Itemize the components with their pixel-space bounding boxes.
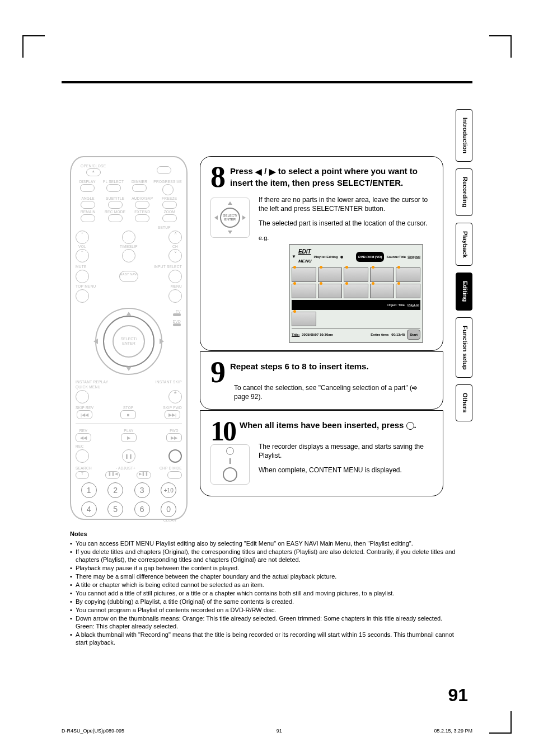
thumbnail xyxy=(344,267,368,282)
step-10-paragraph: When complete, CONTENT MENU is displayed… xyxy=(259,466,433,475)
remote-label: PLAY xyxy=(124,429,133,433)
note-item: Playback may pause if a gap between the … xyxy=(70,564,462,572)
step-9-paragraph: To cancel the selection, see "Canceling … xyxy=(234,383,433,401)
footer-left: D-R4SU_Ope(US)p089-095 xyxy=(62,728,124,734)
angle-button xyxy=(81,201,95,209)
remote-label: PROGRESSIVE xyxy=(153,180,182,184)
remote-label: QUICK MENU xyxy=(76,385,182,389)
adjust-minus-button: ❚❚◀ xyxy=(105,471,120,479)
remote-label: SEARCH xyxy=(76,466,92,470)
down-arrow-icon xyxy=(126,367,132,371)
remote-label: DISPLAY xyxy=(79,180,96,184)
step-9-title: Repeat steps 6 to 8 to insert items. xyxy=(230,361,433,372)
note-item: You cannot program a Playlist of content… xyxy=(70,606,462,614)
vol-up-button: + xyxy=(76,231,89,244)
num-plus10-button: +10 xyxy=(161,482,176,498)
tab-function-setup[interactable]: Function setup xyxy=(456,317,472,378)
num-2-button: 2 xyxy=(107,482,123,498)
o-button xyxy=(168,449,182,463)
remote-label: INPUT SELECT xyxy=(154,265,182,269)
tab-others[interactable]: Others xyxy=(456,384,472,421)
open-close-button: ▲ xyxy=(86,168,101,176)
tab-recording[interactable]: Recording xyxy=(456,168,472,215)
thumbnail xyxy=(318,284,343,298)
step-8-number: 8 xyxy=(210,166,226,188)
object-title-bar: Object :Title PlayList xyxy=(292,300,420,310)
note-item: You can access EDIT MENU Playlist editin… xyxy=(70,539,462,547)
thumbnail xyxy=(344,284,368,298)
remote-label: MUTE xyxy=(76,265,87,269)
start-button: Start xyxy=(407,330,420,340)
playlist-editing-label: Playlist Editing xyxy=(313,252,338,261)
step-8-title-text: / xyxy=(262,166,269,176)
source-title-label: Source:Title Original xyxy=(386,252,420,261)
edit-menu-screenshot: ▼ EDITMENU Playlist Editing ◉ DVD-RAM (V… xyxy=(289,245,423,342)
remote-label: SKIP REV xyxy=(76,406,93,410)
remote-label: SKIP FWD xyxy=(163,406,182,410)
note-item: Down arrow on the thumbnails means: Oran… xyxy=(70,614,462,630)
tab-playback[interactable]: Playback xyxy=(456,223,472,266)
fwd-button: ▶▶ xyxy=(166,433,182,442)
select-enter-icon: SELECT/ ENTER xyxy=(210,198,250,238)
rev-button: ◀◀ xyxy=(76,433,91,442)
down-arrow-icon xyxy=(228,231,232,234)
remote-label: ZOOM xyxy=(163,210,175,214)
empty-slot xyxy=(318,312,343,326)
notes-heading: Notes xyxy=(70,530,462,538)
star-button: ★ xyxy=(168,390,182,403)
thumbnail xyxy=(370,284,395,298)
thumbnail xyxy=(292,312,316,326)
page-number: 91 xyxy=(448,685,468,706)
notes-section: Notes You can access EDIT MENU Playlist … xyxy=(70,520,462,646)
tab-introduction[interactable]: Introduction xyxy=(456,109,472,162)
up-arrow-icon xyxy=(126,312,132,316)
num-0-button: 0 xyxy=(161,501,176,517)
remote-label: MENU xyxy=(171,284,182,288)
step-10-paragraph: The recorder displays a message, and sta… xyxy=(259,442,433,460)
select-enter-button: SELECT/ ENTER xyxy=(113,325,145,358)
subtitle-button xyxy=(108,201,123,209)
remote-label: INSTANT SKIP xyxy=(156,380,182,384)
left-triangle-icon: ◀ xyxy=(255,166,262,177)
note-item: By copying (dubbing) a Playlist, a title… xyxy=(70,598,462,605)
tv-label: TV xyxy=(176,309,181,313)
remote-label: SUBTITLE xyxy=(106,196,124,200)
edit-menu-label: EDITMENU xyxy=(298,247,312,266)
remote-label: AUDIO/SAP xyxy=(132,196,153,200)
remote-label: REC MODE xyxy=(105,210,125,214)
display-button xyxy=(80,184,95,192)
note-item: You cannot add a title of still pictures… xyxy=(70,589,462,597)
step-8-box: 8 Press ◀ / ▶ to select a point where yo… xyxy=(200,156,443,351)
adjust-plus-button: ▶❚❚ xyxy=(137,471,151,479)
skip-rev-button: |◀◀ xyxy=(77,410,92,419)
note-item: A title or chapter which is being edited… xyxy=(70,581,462,589)
press-line-icon xyxy=(229,458,231,464)
entire-time-label: Entire time: xyxy=(371,330,389,339)
tab-editing[interactable]: Editing xyxy=(456,273,472,310)
step-9-number: 9 xyxy=(210,361,226,383)
ch-down-button: ∨ xyxy=(168,249,182,262)
num-6-button: 6 xyxy=(134,501,150,517)
footer-center: 91 xyxy=(124,728,434,734)
remote-label: REMAIN xyxy=(81,210,96,214)
remote-label: ANGLE xyxy=(81,196,95,200)
extend-button xyxy=(135,214,149,222)
enter-button-icon: SELECT/ ENTER xyxy=(220,208,240,228)
remote-label: CHP DIVIDE xyxy=(160,466,182,470)
chp-divide-button xyxy=(167,471,182,479)
remote-label: FWD xyxy=(170,429,179,433)
remote-label: CLEAR xyxy=(76,518,176,522)
down-triangle-icon: ▼ xyxy=(292,252,296,261)
dimmer-button xyxy=(132,184,147,192)
step-8-paragraph: If there are no parts in the lower area,… xyxy=(259,195,433,213)
remote-label: REC xyxy=(76,444,182,448)
search-button: T xyxy=(76,471,89,479)
remote-label: FL SELECT xyxy=(103,180,124,184)
section-tabs: Introduction Recording Playback Editing … xyxy=(456,109,472,421)
thumbnail xyxy=(396,284,420,298)
skip-fwd-button: ▶▶| xyxy=(165,410,180,419)
ch-up-button: ∧ xyxy=(168,231,182,244)
mute-button xyxy=(76,270,89,283)
input-select-button xyxy=(168,270,182,283)
directional-pad: TV DVD SELECT/ ENTER xyxy=(87,305,171,378)
